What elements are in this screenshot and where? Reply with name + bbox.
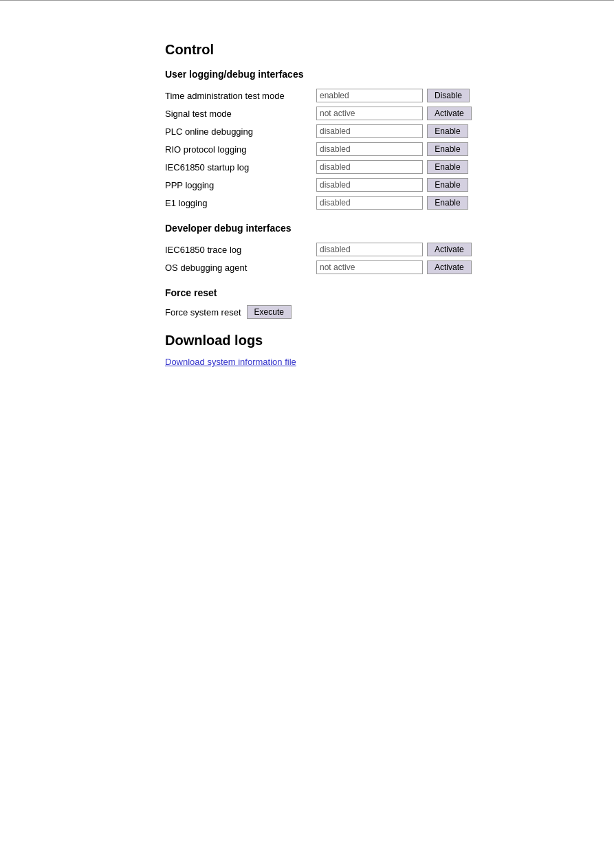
user-logging-row: PPP loggingEnable (165, 176, 476, 194)
developer-debug-label: OS debugging agent (165, 258, 316, 276)
user-logging-action-button[interactable]: Enable (427, 124, 468, 138)
user-logging-label: Time administration test mode (165, 87, 316, 104)
developer-debug-action-button[interactable]: Activate (427, 243, 472, 256)
user-logging-label: PLC online debugging (165, 122, 316, 140)
user-logging-action-button[interactable]: Activate (427, 107, 472, 120)
developer-debug-action-button[interactable]: Activate (427, 260, 472, 274)
user-logging-row: RIO protocol loggingEnable (165, 140, 476, 158)
user-logging-label: IEC61850 startup log (165, 158, 316, 176)
user-logging-row: E1 loggingEnable (165, 194, 476, 212)
user-logging-row: IEC61850 startup logEnable (165, 158, 476, 176)
control-title: Control (165, 42, 614, 58)
execute-button[interactable]: Execute (247, 305, 292, 319)
download-title: Download logs (165, 333, 614, 348)
force-reset-label: Force system reset (165, 307, 241, 318)
developer-debug-row: IEC61850 trace logActivate (165, 241, 476, 258)
developer-debug-label: IEC61850 trace log (165, 241, 316, 258)
user-logging-row: Time administration test modeDisable (165, 87, 476, 104)
user-logging-action-button[interactable]: Disable (427, 89, 470, 102)
user-logging-label: E1 logging (165, 194, 316, 212)
user-logging-value (316, 142, 423, 156)
user-logging-label: Signal test mode (165, 104, 316, 122)
user-logging-value (316, 89, 423, 102)
developer-debug-row: OS debugging agentActivate (165, 258, 476, 276)
force-reset-row: Force system reset Execute (165, 305, 614, 319)
user-logging-value (316, 196, 423, 210)
developer-debug-value (316, 260, 423, 274)
user-logging-table: Time administration test modeDisableSign… (165, 87, 476, 212)
user-logging-action-button[interactable]: Enable (427, 142, 468, 156)
user-logging-action-button[interactable]: Enable (427, 196, 468, 210)
user-logging-title: User logging/debug interfaces (165, 69, 614, 80)
user-logging-action-button[interactable]: Enable (427, 178, 468, 192)
user-logging-label: RIO protocol logging (165, 140, 316, 158)
user-logging-value (316, 160, 423, 174)
user-logging-row: PLC online debuggingEnable (165, 122, 476, 140)
developer-debug-title: Developer debug interfaces (165, 223, 614, 234)
developer-debug-value (316, 243, 423, 256)
user-logging-value (316, 124, 423, 138)
user-logging-label: PPP logging (165, 176, 316, 194)
user-logging-value (316, 178, 423, 192)
user-logging-row: Signal test modeActivate (165, 104, 476, 122)
user-logging-action-button[interactable]: Enable (427, 160, 468, 174)
user-logging-value (316, 107, 423, 120)
download-link[interactable]: Download system information file (165, 357, 296, 367)
force-reset-title: Force reset (165, 287, 614, 298)
developer-debug-table: IEC61850 trace logActivateOS debugging a… (165, 241, 476, 276)
